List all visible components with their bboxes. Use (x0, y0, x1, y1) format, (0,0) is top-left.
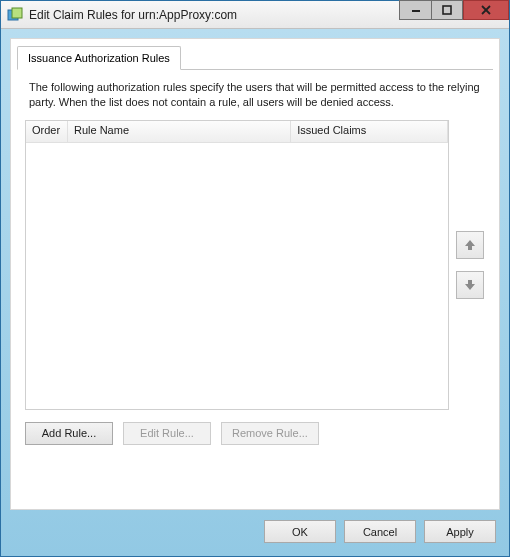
arrow-down-icon (463, 278, 477, 292)
ok-button[interactable]: OK (264, 520, 336, 543)
grid-header: Order Rule Name Issued Claims (26, 121, 448, 143)
window-buttons (399, 1, 509, 28)
maximize-button[interactable] (431, 0, 463, 20)
svg-rect-2 (412, 10, 420, 12)
add-rule-button[interactable]: Add Rule... (25, 422, 113, 445)
edit-rule-button: Edit Rule... (123, 422, 211, 445)
minimize-icon (411, 5, 421, 15)
tab-strip: Issuance Authorization Rules (11, 39, 499, 69)
rules-area: Order Rule Name Issued Claims (25, 120, 485, 410)
rule-buttons: Add Rule... Edit Rule... Remove Rule... (25, 422, 485, 445)
dialog-footer: OK Cancel Apply (10, 510, 500, 547)
move-down-button[interactable] (456, 271, 484, 299)
edit-claim-rules-window: Edit Claim Rules for urn:AppProxy:com Is… (0, 0, 510, 557)
tab-content: The following authorization rules specif… (17, 69, 493, 503)
app-icon (7, 7, 23, 23)
close-button[interactable] (463, 0, 509, 20)
client-area: Issuance Authorization Rules The followi… (1, 29, 509, 556)
grid-body[interactable] (26, 143, 448, 409)
minimize-button[interactable] (399, 0, 431, 20)
cancel-button[interactable]: Cancel (344, 520, 416, 543)
move-up-button[interactable] (456, 231, 484, 259)
column-rule-name[interactable]: Rule Name (68, 121, 291, 142)
reorder-controls (455, 120, 485, 410)
apply-button[interactable]: Apply (424, 520, 496, 543)
svg-marker-7 (465, 280, 475, 290)
close-icon (480, 4, 492, 16)
arrow-up-icon (463, 238, 477, 252)
remove-rule-button: Remove Rule... (221, 422, 319, 445)
maximize-icon (442, 5, 452, 15)
description-text: The following authorization rules specif… (25, 80, 485, 110)
column-order[interactable]: Order (26, 121, 68, 142)
tab-issuance-authorization-rules[interactable]: Issuance Authorization Rules (17, 46, 181, 70)
column-issued-claims[interactable]: Issued Claims (291, 121, 448, 142)
svg-rect-1 (12, 8, 22, 18)
svg-rect-3 (443, 6, 451, 14)
rules-grid[interactable]: Order Rule Name Issued Claims (25, 120, 449, 410)
main-panel: Issuance Authorization Rules The followi… (10, 38, 500, 510)
titlebar: Edit Claim Rules for urn:AppProxy:com (1, 1, 509, 29)
window-title: Edit Claim Rules for urn:AppProxy:com (29, 8, 399, 22)
svg-marker-6 (465, 240, 475, 250)
